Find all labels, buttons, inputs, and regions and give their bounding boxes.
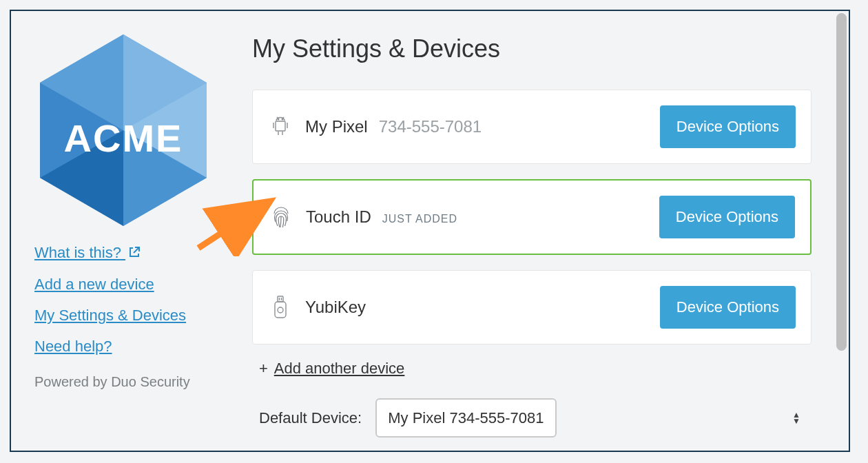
link-what-is-this[interactable]: What is this? (34, 241, 241, 265)
default-device-select-wrap: My Pixel 734-555-7081 ▲▼ (375, 398, 812, 438)
device-name: My Pixel (305, 117, 368, 136)
page-title: My Settings & Devices (252, 34, 812, 63)
default-device-label: Default Device: (259, 409, 362, 427)
sidebar-links: What is this? Add a new device My Settin… (34, 241, 241, 358)
powered-by-text: Powered by Duo Security (34, 374, 241, 390)
device-info: YubiKey (293, 298, 660, 317)
add-another-device[interactable]: + Add another device (259, 360, 812, 378)
svg-rect-14 (278, 296, 283, 302)
link-add-device[interactable]: Add a new device (34, 273, 241, 296)
link-label: What is this? (34, 244, 121, 261)
just-added-badge: JUST ADDED (382, 213, 457, 225)
link-my-settings[interactable]: My Settings & Devices (34, 304, 241, 327)
device-options-button[interactable]: Device Options (660, 105, 796, 148)
android-icon (268, 116, 293, 137)
usb-key-icon (268, 295, 293, 320)
device-card-pixel: My Pixel 734-555-7081 Device Options (252, 90, 812, 164)
settings-frame: ACME What is this? Add a new device My S… (10, 10, 850, 452)
device-options-button[interactable]: Device Options (660, 286, 796, 329)
device-info: My Pixel 734-555-7081 (293, 117, 660, 136)
brand-name: ACME (34, 116, 212, 161)
svg-point-7 (278, 119, 279, 120)
device-info: Touch ID JUST ADDED (293, 207, 659, 227)
brand-logo: ACME (34, 30, 212, 230)
default-device-select[interactable]: My Pixel 734-555-7081 (375, 398, 557, 438)
sidebar: ACME What is this? Add a new device My S… (34, 30, 241, 451)
default-device-row: Default Device: My Pixel 734-555-7081 ▲▼ (259, 398, 812, 438)
add-another-label: Add another device (274, 360, 405, 377)
select-arrows-icon: ▲▼ (792, 412, 800, 424)
svg-point-18 (278, 307, 283, 313)
device-phone: 734-555-7081 (379, 117, 482, 136)
device-card-touchid: Touch ID JUST ADDED Device Options (252, 179, 812, 255)
device-card-yubikey: YubiKey Device Options (252, 270, 812, 344)
device-name: Touch ID (306, 207, 371, 227)
device-options-button[interactable]: Device Options (659, 196, 795, 238)
svg-rect-9 (276, 121, 285, 131)
external-link-icon (128, 242, 141, 265)
plus-icon: + (259, 360, 268, 377)
main-content: My Settings & Devices My Pixel 734-555-7… (241, 30, 836, 451)
scrollbar[interactable] (836, 13, 847, 351)
svg-rect-17 (275, 302, 286, 318)
device-name: YubiKey (305, 298, 366, 317)
svg-point-8 (282, 119, 283, 120)
link-need-help[interactable]: Need help? (34, 335, 241, 358)
fingerprint-icon (269, 205, 293, 229)
